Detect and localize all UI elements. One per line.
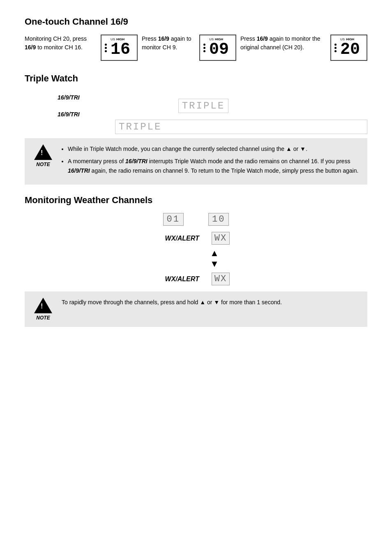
weather-wx-row2: WX/ALERT WX <box>162 273 230 285</box>
lcd-box-inner-3: US HIGH 20 <box>340 37 360 58</box>
note-label-weather: NOTE <box>36 315 50 321</box>
triple-note-list: While in Triple Watch mode, you can chan… <box>68 144 359 175</box>
triple-display1: TRIPLE <box>178 99 228 113</box>
display-number-20: 20 <box>340 42 360 58</box>
weather-wx-row1: WX/ALERT WX <box>162 232 230 245</box>
weather-note-content: To rapidly move through the channels, pr… <box>62 298 282 307</box>
warning-triangle-icon <box>34 144 52 160</box>
warning-triangle-icon-weather <box>34 298 52 313</box>
triple-watch-title: Triple Watch <box>25 73 367 84</box>
triple-row1: 16/9/TRI <box>58 94 80 101</box>
weather-arrows: ▲ ▼ <box>210 248 219 269</box>
onetoch-step2-text: Press 16/9 again to monitor CH 9. <box>142 35 195 52</box>
weather-wx-area: WX/ALERT WX ▲ ▼ WX/ALERT WX <box>25 232 367 285</box>
down-arrow-icon: ▼ <box>210 259 219 269</box>
lcd-side-dots <box>105 44 107 52</box>
triple-step1-row: 16/9/TRI 16/9/TRI TRIPLE <box>58 94 367 118</box>
note-label-triple: NOTE <box>36 162 50 167</box>
weather-display-10: 10 <box>208 213 229 226</box>
triple-label1: 16/9/TRI <box>58 94 80 101</box>
lcd-box-inner-2: US HIGH 09 <box>209 37 229 58</box>
weather-note-box: NOTE To rapidly move through the channel… <box>25 292 367 327</box>
wx-alert-label2: WX/ALERT <box>162 275 199 283</box>
weather-display-01: 01 <box>163 213 184 226</box>
lcd-dot <box>105 47 107 49</box>
triple-steps: 16/9/TRI 16/9/TRI <box>58 94 80 118</box>
triple-note-item1: While in Triple Watch mode, you can chan… <box>68 144 359 153</box>
display-16: US HIGH 16 <box>101 35 138 61</box>
lcd-dot <box>105 50 107 52</box>
weather-title: Monitoring Weather Channels <box>25 195 367 206</box>
lcd-dot <box>334 44 337 46</box>
wx-display1: WX <box>212 232 230 245</box>
lcd-dot <box>334 50 337 52</box>
note-icon-triple: NOTE <box>33 144 53 167</box>
onetoch-section: One-touch Channel 16/9 Monitoring CH 20,… <box>25 16 367 61</box>
triple-note-item2: A momentary press of 16/9/TRI interrupts… <box>68 157 359 175</box>
triple-row2: 16/9/TRI <box>58 111 80 118</box>
lcd-side-dots-3 <box>334 44 337 52</box>
note-icon-weather: NOTE <box>33 298 53 321</box>
lcd-dot <box>203 44 205 46</box>
triple-note-box: NOTE While in Triple Watch mode, you can… <box>25 138 367 185</box>
triple-label2: 16/9/TRI <box>58 111 80 118</box>
display-20: US HIGH 20 <box>330 35 367 61</box>
display-09: US HIGH 09 <box>199 35 236 61</box>
up-arrow-icon: ▲ <box>210 248 219 259</box>
triple-displays: TRIPLE <box>178 99 228 113</box>
triple-step2-area: TRIPLE <box>115 120 367 134</box>
display-number-16: 16 <box>111 42 130 58</box>
onetoch-step1-text: Monitoring CH 20, press 16/9 to monitor … <box>25 35 97 52</box>
wx-alert-label1: WX/ALERT <box>162 235 199 242</box>
lcd-dot <box>105 44 107 46</box>
onetoch-title: One-touch Channel 16/9 <box>25 16 367 27</box>
lcd-dot <box>203 47 205 49</box>
triple-note-content: While in Triple Watch mode, you can chan… <box>62 144 359 178</box>
lcd-box-inner: US HIGH 16 <box>111 37 130 58</box>
display-number-09: 09 <box>209 42 229 58</box>
lcd-dot <box>334 47 337 49</box>
wx-display2: WX <box>212 273 230 285</box>
lcd-side-dots-2 <box>203 44 205 52</box>
weather-top-row: 01 10 <box>25 213 367 226</box>
onetoch-row: Monitoring CH 20, press 16/9 to monitor … <box>25 35 367 61</box>
triple-display2: TRIPLE <box>115 120 367 134</box>
lcd-dot <box>203 50 205 52</box>
triple-watch-section: Triple Watch 16/9/TRI 16/9/TRI TRIPLE TR… <box>25 73 367 185</box>
onetoch-step3-text: Press 16/9 again to monitor the original… <box>240 35 326 52</box>
weather-section: Monitoring Weather Channels 01 10 WX/ALE… <box>25 195 367 327</box>
weather-note-text: To rapidly move through the channels, pr… <box>62 299 282 305</box>
